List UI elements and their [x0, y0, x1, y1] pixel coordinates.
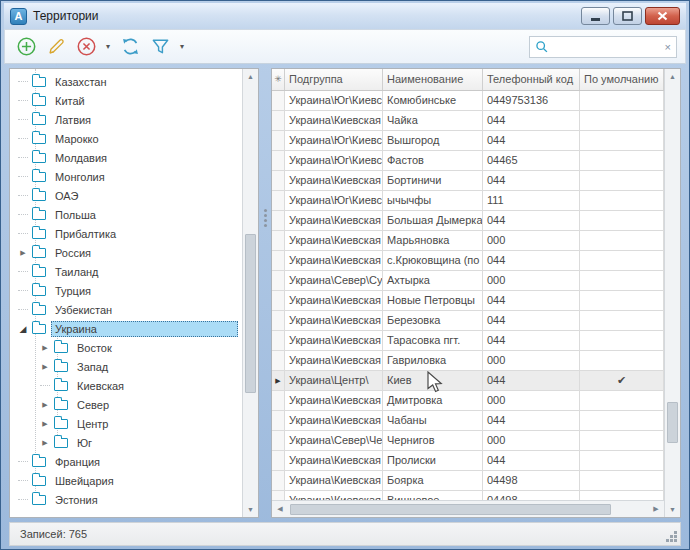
- cell-phone-code[interactable]: 044: [483, 311, 580, 330]
- cell-subgroup[interactable]: Украина\Киевская: [285, 491, 383, 500]
- tree-item-label[interactable]: Центр: [73, 416, 113, 432]
- cell-name[interactable]: Пролиски: [383, 451, 483, 470]
- cell-subgroup[interactable]: Украина\Киевская: [285, 471, 383, 490]
- table-row[interactable]: Украина\КиевскаяВишневое04498: [272, 491, 664, 500]
- cell-default[interactable]: [580, 111, 664, 130]
- cell-default[interactable]: [580, 211, 664, 230]
- cell-default[interactable]: [580, 451, 664, 470]
- default-checkmark-icon[interactable]: ✔: [580, 371, 664, 390]
- tree-item-label[interactable]: Молдавия: [51, 150, 111, 166]
- cell-subgroup[interactable]: Украина\Север\Су: [285, 271, 383, 290]
- edit-button[interactable]: [43, 34, 69, 60]
- cell-phone-code[interactable]: 044: [483, 111, 580, 130]
- expand-icon[interactable]: ▶: [38, 344, 52, 352]
- cell-subgroup[interactable]: Украина\Юг\Киевс: [285, 191, 383, 210]
- cell-name[interactable]: Марьяновка: [383, 231, 483, 250]
- grid-vertical-scrollbar[interactable]: ▲ ▼: [664, 69, 680, 517]
- cell-name[interactable]: Чабаны: [383, 411, 483, 430]
- refresh-button[interactable]: [117, 34, 143, 60]
- tree-item-label[interactable]: Марокко: [51, 131, 103, 147]
- row-indicator-cell[interactable]: [272, 271, 285, 290]
- row-indicator-cell[interactable]: [272, 171, 285, 190]
- cell-phone-code[interactable]: 044: [483, 411, 580, 430]
- table-row[interactable]: Украина\Юг\КиевсФастов04465: [272, 151, 664, 171]
- tree-item[interactable]: ▶Юг: [10, 433, 242, 452]
- cell-subgroup[interactable]: Украина\Киевская: [285, 291, 383, 310]
- cell-name[interactable]: Ахтырка: [383, 271, 483, 290]
- tree-item[interactable]: Франция: [10, 452, 242, 471]
- row-indicator-cell[interactable]: [272, 411, 285, 430]
- tree-item-label[interactable]: Север: [73, 397, 113, 413]
- cell-subgroup[interactable]: Украина\Юг\Киевс: [285, 131, 383, 150]
- maximize-button[interactable]: [613, 7, 642, 25]
- table-row[interactable]: Украина\КиевскаяЧайка044: [272, 111, 664, 131]
- cell-phone-code[interactable]: 044: [483, 251, 580, 270]
- tree-item-label[interactable]: Киевская: [73, 378, 128, 394]
- table-row[interactable]: Украина\КиевскаяДмитровка000: [272, 391, 664, 411]
- table-row[interactable]: Украина\КиевскаяБерезовка044: [272, 311, 664, 331]
- tree-item[interactable]: Молдавия: [10, 148, 242, 167]
- table-row[interactable]: Украина\Юг\КиевсКомюбинське0449753136: [272, 91, 664, 111]
- titlebar[interactable]: A Территории: [4, 3, 686, 29]
- cell-default[interactable]: [580, 431, 664, 450]
- cell-subgroup[interactable]: Украина\Киевская: [285, 351, 383, 370]
- cell-phone-code[interactable]: 04498: [483, 491, 580, 500]
- hscroll-thumb[interactable]: [290, 504, 611, 515]
- cell-default[interactable]: [580, 151, 664, 170]
- grid-scroll-thumb[interactable]: [667, 402, 678, 444]
- cell-default[interactable]: [580, 311, 664, 330]
- cell-phone-code[interactable]: 044: [483, 131, 580, 150]
- tree-item[interactable]: Казахстан: [10, 72, 242, 91]
- tree-scroll-thumb[interactable]: [245, 234, 256, 393]
- table-row[interactable]: Украина\Юг\КиевсВышгород044: [272, 131, 664, 151]
- tree-item[interactable]: ▶Центр: [10, 414, 242, 433]
- cell-phone-code[interactable]: 044: [483, 171, 580, 190]
- tree-item-label[interactable]: Узбекистан: [51, 302, 116, 318]
- tree-item[interactable]: ▶Восток: [10, 338, 242, 357]
- table-row[interactable]: Украина\Киевскаяс.Крюковщина (по044: [272, 251, 664, 271]
- delete-dropdown-arrow[interactable]: ▾: [103, 42, 113, 51]
- table-row[interactable]: Украина\КиевскаяБортиничи044: [272, 171, 664, 191]
- cell-subgroup[interactable]: Украина\Киевская: [285, 311, 383, 330]
- scroll-down-icon[interactable]: ▼: [243, 502, 258, 517]
- row-indicator-cell[interactable]: [272, 331, 285, 350]
- scroll-up-icon[interactable]: ▲: [665, 69, 680, 84]
- row-indicator-cell[interactable]: [272, 131, 285, 150]
- cell-subgroup[interactable]: Украина\Киевская: [285, 211, 383, 230]
- cell-name[interactable]: Боярка: [383, 471, 483, 490]
- cell-phone-code[interactable]: 0449753136: [483, 91, 580, 110]
- tree-item-label[interactable]: Прибалтика: [51, 226, 120, 242]
- cell-subgroup[interactable]: Украина\Киевская: [285, 231, 383, 250]
- tree-item[interactable]: Марокко: [10, 129, 242, 148]
- tree-item[interactable]: Турция: [10, 281, 242, 300]
- cell-name[interactable]: Новые Петровцы: [383, 291, 483, 310]
- row-indicator-cell[interactable]: [272, 191, 285, 210]
- tree-item[interactable]: ▶Россия: [10, 243, 242, 262]
- close-button[interactable]: [645, 7, 680, 25]
- cell-subgroup[interactable]: Украина\Киевская: [285, 451, 383, 470]
- tree-item[interactable]: Узбекистан: [10, 300, 242, 319]
- cell-phone-code[interactable]: 000: [483, 391, 580, 410]
- cell-phone-code[interactable]: 044: [483, 291, 580, 310]
- cell-default[interactable]: [580, 411, 664, 430]
- cell-phone-code[interactable]: 000: [483, 431, 580, 450]
- tree-item-label[interactable]: Латвия: [51, 112, 95, 128]
- table-row[interactable]: Украина\КиевскаяБоярка04498: [272, 471, 664, 491]
- expand-icon[interactable]: ▶: [38, 401, 52, 409]
- cell-default[interactable]: [580, 271, 664, 290]
- tree-item[interactable]: Швейцария: [10, 471, 242, 490]
- cell-default[interactable]: [580, 171, 664, 190]
- cell-name[interactable]: Дмитровка: [383, 391, 483, 410]
- cell-name[interactable]: Чернигов: [383, 431, 483, 450]
- cell-name[interactable]: Бортиничи: [383, 171, 483, 190]
- tree-item-label[interactable]: Юг: [73, 435, 96, 451]
- cell-phone-code[interactable]: 000: [483, 271, 580, 290]
- tree-item-label[interactable]: Россия: [51, 245, 95, 261]
- column-header[interactable]: По умолчанию: [580, 69, 664, 90]
- tree-item-label[interactable]: Швейцария: [51, 473, 118, 489]
- tree-item[interactable]: Эстония: [10, 490, 242, 509]
- row-indicator-cell[interactable]: [272, 311, 285, 330]
- clear-search-icon[interactable]: ×: [665, 41, 671, 53]
- tree-item[interactable]: ▶Запад: [10, 357, 242, 376]
- expand-icon[interactable]: ▶: [16, 249, 30, 257]
